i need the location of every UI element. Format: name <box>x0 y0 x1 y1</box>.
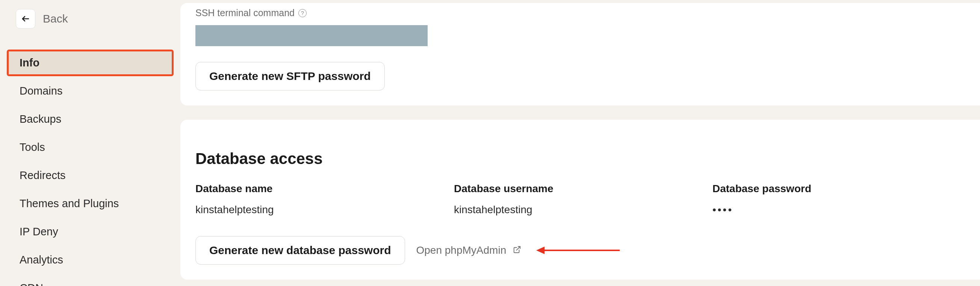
external-link-icon <box>513 245 521 255</box>
sidebar-item-tools[interactable]: Tools <box>7 134 173 161</box>
database-password-column: Database password •••• <box>713 183 971 216</box>
help-icon[interactable]: ? <box>298 9 307 17</box>
button-label: Generate new database password <box>209 244 391 257</box>
open-phpmyadmin-link[interactable]: Open phpMyAdmin <box>416 244 522 256</box>
back-button[interactable]: Back <box>7 9 173 28</box>
database-username-label: Database username <box>454 183 713 195</box>
ssh-card: SSH terminal command ? Generate new SFTP… <box>180 3 980 106</box>
database-name-label: Database name <box>196 183 454 195</box>
generate-db-password-button[interactable]: Generate new database password <box>196 236 405 265</box>
back-label: Back <box>43 13 68 25</box>
sidebar-item-label: Redirects <box>19 169 66 181</box>
svg-line-1 <box>516 246 520 250</box>
button-label: Generate new SFTP password <box>209 70 371 82</box>
sidebar-item-info[interactable]: Info <box>7 49 173 76</box>
database-info-grid: Database name kinstahelptesting Database… <box>196 183 971 216</box>
ssh-command-block[interactable] <box>196 25 428 46</box>
database-name-column: Database name kinstahelptesting <box>196 183 454 216</box>
arrow-line <box>544 250 620 251</box>
database-card: Database access Database name kinstahelp… <box>180 120 980 280</box>
generate-sftp-password-button[interactable]: Generate new SFTP password <box>196 62 385 90</box>
sidebar-item-cdn[interactable]: CDN <box>7 275 173 286</box>
sidebar-item-label: Domains <box>19 85 62 97</box>
sidebar-item-label: CDN <box>19 282 43 286</box>
sidebar-item-label: Tools <box>19 141 45 153</box>
database-section-title: Database access <box>196 150 971 168</box>
sidebar: Back Info Domains Backups Tools Redirect… <box>0 0 180 286</box>
main-content: SSH terminal command ? Generate new SFTP… <box>180 0 980 286</box>
ssh-label-row: SSH terminal command ? <box>196 8 971 18</box>
ssh-label: SSH terminal command <box>196 8 294 18</box>
back-arrow-icon <box>16 9 35 28</box>
sidebar-item-analytics[interactable]: Analytics <box>7 246 173 273</box>
annotation-arrow <box>536 246 620 254</box>
sidebar-item-label: IP Deny <box>19 226 58 238</box>
sidebar-item-redirects[interactable]: Redirects <box>7 162 173 189</box>
database-name-value: kinstahelptesting <box>196 204 454 216</box>
database-actions: Generate new database password Open phpM… <box>196 236 971 265</box>
sidebar-item-backups[interactable]: Backups <box>7 106 173 133</box>
sidebar-item-domains[interactable]: Domains <box>7 78 173 104</box>
database-password-label: Database password <box>713 183 971 195</box>
database-username-value: kinstahelptesting <box>454 204 713 216</box>
open-phpmyadmin-label: Open phpMyAdmin <box>416 244 506 256</box>
sidebar-item-label: Analytics <box>19 254 63 266</box>
sidebar-item-ip-deny[interactable]: IP Deny <box>7 218 173 245</box>
sidebar-item-label: Info <box>19 57 40 69</box>
sidebar-item-themes-plugins[interactable]: Themes and Plugins <box>7 190 173 217</box>
sidebar-item-label: Backups <box>19 113 61 125</box>
database-password-value: •••• <box>713 204 971 216</box>
database-username-column: Database username kinstahelptesting <box>454 183 713 216</box>
sidebar-item-label: Themes and Plugins <box>19 198 119 209</box>
arrow-head-icon <box>536 246 544 254</box>
